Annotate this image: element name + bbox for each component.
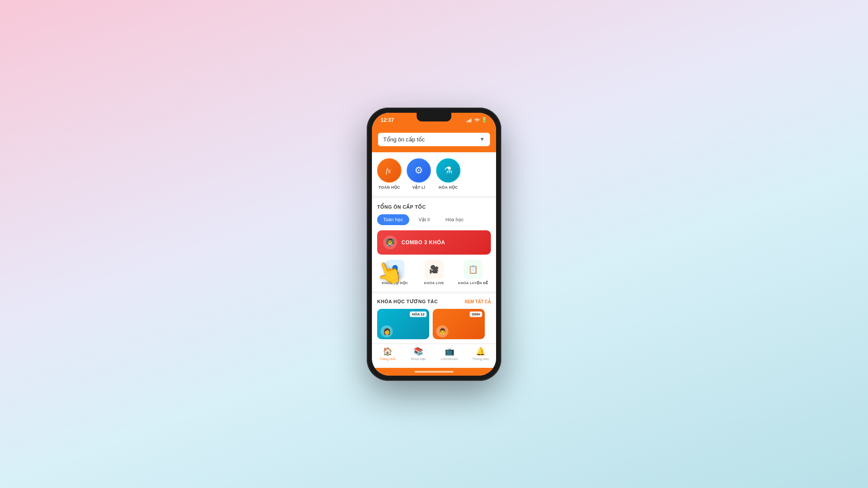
- bottom-nav: 🏠 Trang chủ 📚 Khóa Học 📺 LiveStream 🔔 Th…: [372, 344, 496, 368]
- tab-toan[interactable]: Toán học: [377, 214, 409, 225]
- home-bar: [414, 371, 454, 373]
- combo-emoji: 👨‍🏫: [386, 238, 395, 246]
- tong-on-title: TỔNG ÔN CẤP TỐC: [377, 204, 491, 210]
- hoa-hoc-label: HÓA HỌC: [439, 185, 458, 190]
- card-avatar-hoa12: 👩: [381, 325, 393, 337]
- svg-rect-2: [469, 119, 470, 122]
- toan-hoc-label: TOÁN HỌC: [378, 185, 400, 190]
- svg-rect-1: [468, 120, 469, 122]
- course-live[interactable]: 🎥 KHÓA LIVE: [416, 260, 452, 285]
- svg-text:fx: fx: [386, 167, 391, 175]
- dropdown-section: Tổng ôn cấp tốc ▼: [372, 128, 496, 152]
- vat-li-icon: ⚙: [407, 158, 431, 183]
- card-badge-hoa12: HÓA 12: [410, 311, 427, 317]
- luyen-de-label: KHÓA LUYỆN ĐỀ: [458, 281, 488, 285]
- phone-screen: 12:37 🔋 Tổng ô: [372, 113, 496, 376]
- combo-banner[interactable]: 👨‍🏫 COMBO 3 KHÓA: [377, 230, 491, 255]
- section-header: KHÓA HỌC TƯƠNG TÁC XEM TẤT CẢ: [377, 299, 491, 305]
- live-nav-icon: 📺: [445, 347, 454, 356]
- chevron-down-icon: ▼: [480, 136, 485, 142]
- card-avatar-sinh: 👨: [436, 325, 448, 337]
- subject-item-hoahoc[interactable]: ⚗ HÓA HỌC: [436, 158, 460, 190]
- nav-livestream[interactable]: 📺 LiveStream: [434, 347, 465, 361]
- live-emoji: 🎥: [429, 265, 439, 274]
- subject-icons-section: fx TOÁN HỌC ⚙ VẬT LÍ ⚗ HÓA HỌC: [372, 152, 496, 198]
- wifi-icon: [474, 118, 480, 122]
- nav-khoa-hoc-label: Khóa Học: [411, 357, 426, 361]
- khoa-hoc-section: KHÓA HỌC TƯƠNG TÁC XEM TẤT CẢ HÓA 12 👩 S…: [372, 294, 496, 344]
- app-content: Tổng ôn cấp tốc ▼ fx TOÁN HỌC ⚙: [372, 128, 496, 344]
- nav-livestream-label: LiveStream: [441, 357, 458, 361]
- luyen-de-emoji: 📋: [468, 265, 478, 274]
- nav-thong-bao[interactable]: 🔔 Thông báo: [465, 347, 496, 361]
- vat-li-label: VẬT LÍ: [412, 185, 425, 190]
- luyen-de-icon: 📋: [464, 260, 483, 279]
- nav-khoa-hoc[interactable]: 📚 Khóa Học: [403, 347, 434, 361]
- phone-notch: [417, 113, 451, 121]
- course-card-hoa12[interactable]: HÓA 12 👩: [377, 309, 429, 339]
- hoahoc-emoji: ⚗: [444, 165, 453, 176]
- hoa-hoc-icon: ⚗: [436, 158, 460, 183]
- svg-rect-3: [470, 118, 471, 122]
- status-icons: 🔋: [467, 117, 487, 123]
- khoa-hoc-title: KHÓA HỌC TƯƠNG TÁC: [377, 299, 438, 305]
- svg-rect-0: [467, 121, 467, 122]
- nav-thong-bao-label: Thông báo: [472, 357, 489, 361]
- bell-icon: 🔔: [476, 347, 485, 356]
- card-badge-sinh: SINH: [470, 311, 482, 317]
- book-icon: 📚: [414, 347, 423, 356]
- live-icon: 🎥: [424, 260, 444, 279]
- home-icon: 🏠: [383, 347, 392, 356]
- signal-icon: [467, 118, 473, 122]
- combo-icon: 👨‍🏫: [383, 236, 397, 249]
- subject-item-vatli[interactable]: ⚙ VẬT LÍ: [407, 158, 431, 190]
- home-indicator: [372, 368, 496, 376]
- combo-text: COMBO 3 KHÓA: [401, 239, 445, 246]
- subject-item-toan[interactable]: fx TOÁN HỌC: [377, 158, 401, 190]
- battery-icon: 🔋: [481, 117, 487, 123]
- phone-frame: 12:37 🔋 Tổng ô: [367, 108, 501, 381]
- course-cards: HÓA 12 👩 SINH 👨: [377, 309, 491, 339]
- nav-trang-chu[interactable]: 🏠 Trang chủ: [372, 347, 403, 361]
- subject-tabs: Toán học Vật lí Hóa học: [377, 214, 491, 225]
- xem-tat-ca-button[interactable]: XEM TẤT CẢ: [464, 299, 491, 304]
- status-time: 12:37: [381, 117, 394, 123]
- tab-vatli[interactable]: Vật lí: [413, 214, 436, 225]
- course-card-sinh[interactable]: SINH 👨: [433, 309, 485, 339]
- dropdown-selector[interactable]: Tổng ôn cấp tốc ▼: [377, 132, 491, 147]
- course-luyen-de[interactable]: 📋 KHÓA LUYỆN ĐỀ: [455, 260, 491, 285]
- vatli-emoji: ⚙: [414, 165, 423, 176]
- toan-hoc-icon: fx: [377, 158, 401, 183]
- fx-icon: fx: [384, 165, 395, 176]
- nav-trang-chu-label: Trang chủ: [380, 357, 395, 361]
- dropdown-text: Tổng ôn cấp tốc: [383, 136, 425, 143]
- live-label: KHÓA LIVE: [424, 281, 444, 285]
- tab-hoahoc[interactable]: Hóa học: [439, 214, 470, 225]
